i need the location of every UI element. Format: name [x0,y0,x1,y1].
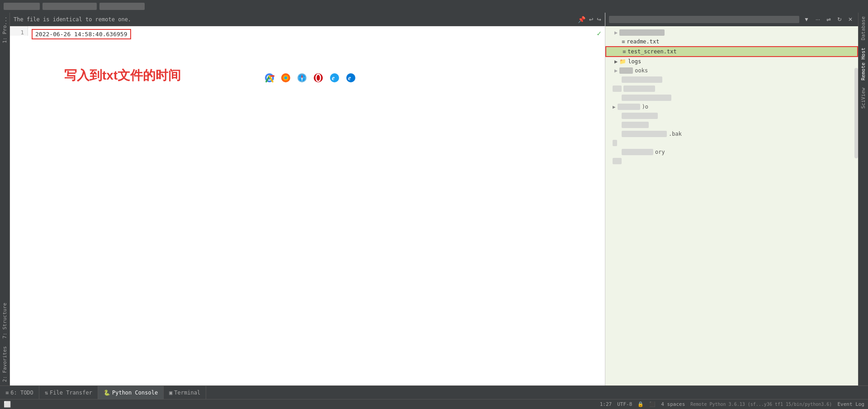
blurred-item-3[interactable] [605,93,858,102]
undo-icon[interactable]: ↩ [589,15,594,24]
file-status-text: The file is identical to remote one. [14,16,131,23]
event-log-label[interactable]: Event Log [837,401,864,407]
close-button[interactable]: ✕ [846,15,854,24]
browser-icons-group: e e [263,71,357,84]
blurred-tab-2 [42,3,97,10]
sidebar-tab-structure[interactable]: 7: Structure [0,299,9,342]
folder-logs[interactable]: ▶ 📁 logs [605,57,858,66]
line-content-1: 2022-06-26 14:58:40.636959 [28,26,605,42]
editor-line-1: 1 2022-06-26 14:58:40.636959 ✓ [10,26,605,42]
bottom-tab-bar: ≡ 6: TODO ⇅ File Transfer 🐍 Python Conso… [0,385,868,399]
status-bar: ⬜ 1:27 UTF-8 🔒 ⬛ 4 spaces Remote Python … [0,399,868,409]
line-number-1: 1 [10,26,28,36]
datetime-value: 2022-06-26 14:58:40.636959 [32,29,131,39]
python-icon: 🐍 [104,390,110,396]
file-readme-txt[interactable]: ≡ readme.txt [605,37,858,46]
file-icon: ≡ [623,48,626,55]
file-transfer-icon: ⇅ [45,390,48,396]
blurred-item-9[interactable] [605,157,858,166]
file-icon: ≡ [622,38,625,45]
terminal-label: Terminal [174,390,200,396]
tab-terminal[interactable]: ▣ Terminal [164,386,206,399]
blurred-item-5[interactable] [605,111,858,120]
editor-area: The file is identical to remote one. 📌 ↩… [10,13,605,385]
status-left: ⬜ [4,401,11,408]
remote-panel-header: ▼ ··· ⇌ ↻ ✕ [605,13,858,26]
file-name: readme.txt [627,38,659,45]
remote-host-panel: ▼ ··· ⇌ ↻ ✕ ▶ ≡ readme.txt [605,13,858,385]
scrollbar[interactable] [854,68,858,158]
blurred-item-8[interactable] [605,138,858,147]
indent-label: ⬛ [649,401,656,407]
file-test-screen-txt[interactable]: ≡ test_screen.txt [605,46,858,57]
editor-actions: 📌 ↩ ↪ [578,15,601,24]
sidebar-tab-remote-host[interactable]: Remote Host [859,44,868,84]
file-name: test_screen.txt [627,48,676,55]
blurred-folder-1[interactable]: ▶ [605,28,858,37]
indent-spaces: 4 spaces [661,401,685,407]
encoding-label: UTF-8 [617,401,632,407]
left-sidebar: 1: Pro... 7: Structure 2: Favorites [0,13,10,385]
safari-icon [296,71,308,84]
more-button[interactable]: ··· [814,15,822,24]
settings-button[interactable]: ⇌ [825,15,833,24]
tab-file-transfer[interactable]: ⇅ File Transfer [39,386,98,399]
pin-icon[interactable]: 📌 [578,16,585,23]
blurred-item-1[interactable] [605,75,858,84]
blurred-item-4[interactable]: ▶ )o [605,102,858,111]
blurred-url-bar [609,16,799,23]
file-tree: ▶ ≡ readme.txt ≡ test_screen.txt ▶ 📁 [605,26,858,385]
refresh-button[interactable]: ↻ [835,15,844,24]
svg-text:e: e [332,75,335,81]
cursor-position: 1:27 [600,401,612,407]
annotation-text: 写入到txt文件的时间 [64,67,181,84]
interpreter-label: Remote Python 3.6.13 (sf...y36_tf1_15/bi… [690,402,832,407]
ie-icon: e [328,71,341,84]
status-bar-icon: ⬜ [4,401,11,408]
tab-python-console[interactable]: 🐍 Python Console [98,386,164,399]
expand-arrow: ▶ [614,58,618,65]
todo-icon: ≡ [5,390,9,396]
todo-label: 6: TODO [10,390,33,396]
lock-icon: 🔒 [637,401,644,407]
right-sidebar: Database Remote Host SciView [858,13,868,385]
sidebar-tab-project[interactable]: 1: Pro... [0,13,9,47]
blurred-tab-1 [4,3,40,10]
blurred-folder-2[interactable]: ▶ ooks [605,66,858,75]
file-transfer-label: File Transfer [50,390,92,396]
sidebar-tab-database[interactable]: Database [859,13,868,44]
firefox-icon [279,71,292,84]
checkmark-icon: ✓ [597,29,601,38]
editor-content: 1 2022-06-26 14:58:40.636959 ✓ 写入到txt文件的… [10,26,605,385]
blurred-item-6[interactable] [605,120,858,129]
opera-icon [312,71,325,84]
editor-top-bar: The file is identical to remote one. 📌 ↩… [10,13,605,26]
browser-tab-bar [0,0,868,13]
redo-icon[interactable]: ↪ [597,15,601,24]
sidebar-tab-sciview[interactable]: SciView [859,84,868,112]
blurred-item-7[interactable]: .bak [605,129,858,138]
blurred-tab-3 [99,3,145,10]
chrome-icon [263,71,276,84]
svg-text:e: e [348,75,351,81]
terminal-icon: ▣ [169,390,172,396]
dropdown-button[interactable]: ▼ [802,15,811,24]
svg-point-5 [284,76,287,79]
edge-icon: e [344,71,357,84]
folder-icon: 📁 [619,58,626,65]
status-right: 1:27 UTF-8 🔒 ⬛ 4 spaces Remote Python 3.… [600,401,864,407]
blurred-folder-3[interactable]: ory [605,147,858,157]
python-console-label: Python Console [112,390,158,396]
sidebar-tab-favorites[interactable]: 2: Favorites [0,342,9,385]
folder-name: logs [628,58,641,65]
blurred-item-2[interactable] [605,84,858,93]
tab-todo[interactable]: ≡ 6: TODO [0,386,39,399]
